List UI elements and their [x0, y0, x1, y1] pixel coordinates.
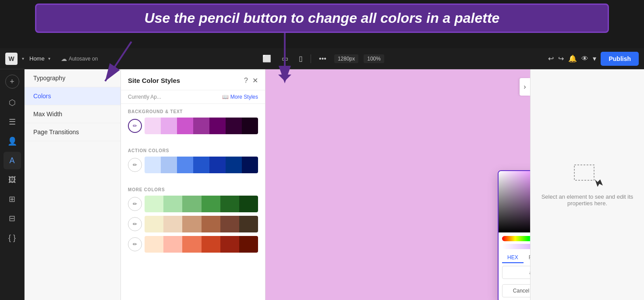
apps-btn[interactable]: ⊞	[4, 190, 21, 208]
brown-swatch-4[interactable]	[202, 216, 220, 232]
select-element-icon	[572, 163, 603, 188]
action-swatch-6[interactable]	[226, 157, 242, 173]
brown-swatch-6[interactable]	[239, 216, 258, 232]
rgb-tab[interactable]: RGB	[524, 253, 530, 263]
notifications-btn[interactable]: 🔔	[568, 54, 577, 63]
color-picker-popup: HEX RGB HSB Cancel Apply	[498, 170, 530, 300]
more-colors-edit-btn-3[interactable]: ✏	[128, 237, 142, 251]
orange-swatch-4[interactable]	[202, 236, 220, 253]
background-text-section: BACKGROUND & TEXT ✏	[121, 104, 265, 143]
sidebar-icons: + ⬡ ☰ 👤 A 🖼 ⊞ ⊟ { }	[0, 69, 25, 300]
max-width-item[interactable]: Max Width	[25, 105, 120, 123]
home-dropdown-arrow[interactable]: ▾	[48, 56, 50, 61]
swatch-3[interactable]	[177, 118, 193, 134]
elements-btn[interactable]: 👤	[4, 132, 21, 150]
panel-title: Site Color Styles	[128, 77, 180, 84]
home-label: Home	[29, 55, 45, 62]
more-colors-row-3: ✏	[128, 236, 258, 253]
cloud-icon: ☁	[61, 55, 67, 62]
more-colors-section: MORE COLORS ✏ ✏	[121, 182, 265, 261]
desktop-view-btn[interactable]: ⬜	[260, 53, 274, 64]
brown-swatch-1[interactable]	[145, 216, 163, 232]
more-options-btn[interactable]: •••	[316, 53, 329, 64]
green-swatch-5[interactable]	[220, 196, 239, 212]
green-swatch-4[interactable]	[202, 196, 220, 212]
toolbar-right: ↩ ↪ 🔔 👁 ▾ Publish	[384, 52, 639, 66]
colors-item[interactable]: Colors	[25, 87, 120, 105]
orange-swatch-6[interactable]	[239, 236, 258, 253]
orange-swatch-2[interactable]	[163, 236, 182, 253]
bg-text-edit-btn[interactable]: ✏	[128, 119, 142, 133]
design-btn[interactable]: A	[4, 152, 21, 169]
separator-1	[311, 54, 311, 63]
green-swatch-1[interactable]	[145, 196, 163, 212]
brand-dropdown-arrow[interactable]: ▾	[22, 56, 24, 61]
more-styles-btn[interactable]: 📖 More Styles	[222, 94, 258, 100]
action-colors-section-label: ACTION COLORS	[128, 148, 258, 153]
more-colors-edit-btn-1[interactable]: ✏	[128, 197, 142, 211]
mobile-view-btn[interactable]: ▯	[296, 53, 305, 64]
action-swatch-1[interactable]	[145, 157, 161, 173]
orange-swatch-1[interactable]	[145, 236, 163, 253]
green-swatch-2[interactable]	[163, 196, 182, 212]
hue-slider[interactable]	[502, 236, 530, 241]
close-btn[interactable]: ✕	[252, 76, 258, 85]
undo-btn[interactable]: ↩	[548, 54, 554, 63]
page-transitions-item[interactable]: Page Transitions	[25, 123, 120, 141]
right-panel: Select an element to see and edit its pr…	[530, 69, 644, 300]
brown-swatch-2[interactable]	[163, 216, 182, 232]
layers-btn[interactable]: ⬡	[4, 94, 21, 111]
content-btn[interactable]: ⊟	[4, 210, 21, 227]
brown-swatch-3[interactable]	[182, 216, 201, 232]
help-btn[interactable]: ?	[244, 77, 248, 85]
action-swatch-3[interactable]	[177, 157, 193, 173]
hex-input[interactable]	[502, 266, 530, 279]
publish-button[interactable]: Publish	[601, 52, 639, 66]
orange-swatch-3[interactable]	[182, 236, 201, 253]
action-swatch-4[interactable]	[193, 157, 209, 173]
alpha-slider[interactable]	[502, 244, 530, 249]
typography-item[interactable]: Typography	[25, 69, 120, 87]
panel-header: Site Color Styles ? ✕	[121, 69, 265, 90]
swatch-4[interactable]	[193, 118, 209, 134]
swatch-7[interactable]	[242, 118, 258, 134]
action-color-row: ✏	[128, 157, 258, 173]
toolbar-center: ⬜ ▭ ▯ ••• 1280px 100%	[260, 53, 384, 64]
brown-swatch-5[interactable]	[220, 216, 239, 232]
select-element-message: Select an element to see and edit its pr…	[539, 193, 635, 207]
action-swatch-7[interactable]	[242, 157, 258, 173]
orange-swatch-5[interactable]	[220, 236, 239, 253]
media-btn[interactable]: 🖼	[4, 171, 21, 189]
main-content: + ⬡ ☰ 👤 A 🖼 ⊞ ⊟ { } Typography Colors Ma…	[0, 69, 644, 300]
panel-header-icons: ? ✕	[244, 76, 258, 85]
more-colors-swatches-3	[145, 236, 258, 253]
swatch-2[interactable]	[161, 118, 177, 134]
hex-tab[interactable]: HEX	[502, 253, 524, 263]
action-swatch-5[interactable]	[209, 157, 226, 173]
add-element-btn[interactable]: +	[5, 75, 19, 89]
cancel-button[interactable]: Cancel	[502, 284, 530, 297]
preview-arrow[interactable]: ▾	[593, 54, 596, 63]
swatch-6[interactable]	[226, 118, 242, 134]
zoom-btn[interactable]: 100%	[364, 54, 384, 63]
toolbar: W ▾ Home ▾ ☁ Autosave on ⬜ ▭ ▯ ••• 1280p…	[0, 48, 644, 69]
preview-btn[interactable]: 👁	[581, 55, 588, 63]
color-gradient-picker[interactable]	[499, 171, 530, 232]
tablet-view-btn[interactable]: ▭	[279, 53, 291, 64]
canvas-collapse-btn[interactable]: ›	[520, 78, 530, 96]
screen-size-btn[interactable]: 1280px	[334, 54, 358, 63]
redo-btn[interactable]: ↪	[558, 54, 564, 63]
action-edit-btn[interactable]: ✏	[128, 158, 142, 172]
app-wrapper: W ▾ Home ▾ ☁ Autosave on ⬜ ▭ ▯ ••• 1280p…	[0, 48, 644, 300]
green-swatch-3[interactable]	[182, 196, 201, 212]
pages-btn[interactable]: ☰	[4, 113, 21, 131]
brand-logo[interactable]: W	[5, 53, 18, 65]
more-colors-edit-btn-2[interactable]: ✏	[128, 217, 142, 231]
green-swatch-6[interactable]	[239, 196, 258, 212]
action-swatches	[145, 157, 258, 173]
more-colors-section-label: MORE COLORS	[128, 187, 258, 192]
code-btn[interactable]: { }	[4, 229, 21, 246]
swatch-1[interactable]	[145, 118, 161, 134]
swatch-5[interactable]	[209, 118, 226, 134]
action-swatch-2[interactable]	[161, 157, 177, 173]
